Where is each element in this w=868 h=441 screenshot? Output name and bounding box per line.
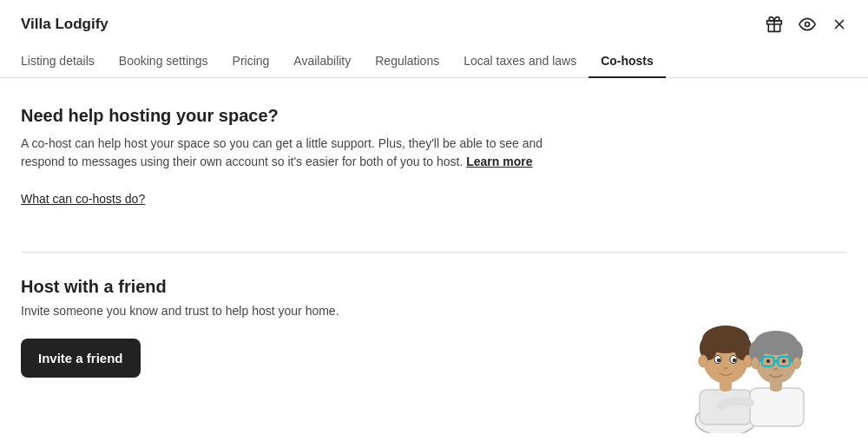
header: Villa Lodgify [0, 0, 868, 33]
learn-more-link[interactable]: Learn more [466, 155, 532, 168]
tab-regulations[interactable]: Regulations [363, 45, 451, 78]
svg-point-16 [699, 355, 707, 367]
intro-description: A co-host can help host your space so yo… [21, 135, 559, 171]
svg-point-31 [752, 358, 760, 369]
preview-icon[interactable] [799, 16, 816, 33]
friends-illustration [639, 277, 830, 433]
svg-point-30 [782, 359, 786, 363]
host-with-friend-section: Host with a friend Invite someone you kn… [0, 277, 868, 433]
svg-point-15 [733, 359, 736, 362]
svg-point-2 [806, 23, 810, 27]
host-left-content: Host with a friend Invite someone you kn… [21, 277, 639, 378]
host-title: Host with a friend [21, 277, 639, 297]
section-divider [21, 252, 847, 253]
tab-booking-settings[interactable]: Booking settings [107, 45, 220, 78]
navigation: Listing details Booking settings Pricing… [0, 45, 868, 78]
tab-local-taxes[interactable]: Local taxes and laws [451, 45, 589, 78]
page-title: Villa Lodgify [21, 16, 108, 33]
svg-point-32 [793, 358, 801, 369]
tab-pricing[interactable]: Pricing [220, 45, 282, 78]
gift-icon[interactable] [766, 16, 783, 33]
svg-point-14 [717, 359, 720, 362]
invite-friend-button[interactable]: Invite a friend [21, 339, 141, 378]
close-icon[interactable] [832, 16, 847, 32]
cohosts-intro: Need help hosting your space? A co-host … [0, 78, 868, 227]
intro-title: Need help hosting your space? [21, 106, 847, 126]
host-description: Invite someone you know and trust to hel… [21, 304, 639, 318]
tab-listing-details[interactable]: Listing details [21, 45, 107, 78]
tab-cohosts[interactable]: Co-hosts [589, 45, 666, 78]
what-cohosts-do-link[interactable]: What can co-hosts do? [21, 192, 145, 206]
tab-availability[interactable]: Availability [281, 45, 363, 78]
svg-rect-18 [750, 388, 804, 426]
svg-point-29 [766, 359, 770, 363]
header-actions [766, 16, 847, 33]
